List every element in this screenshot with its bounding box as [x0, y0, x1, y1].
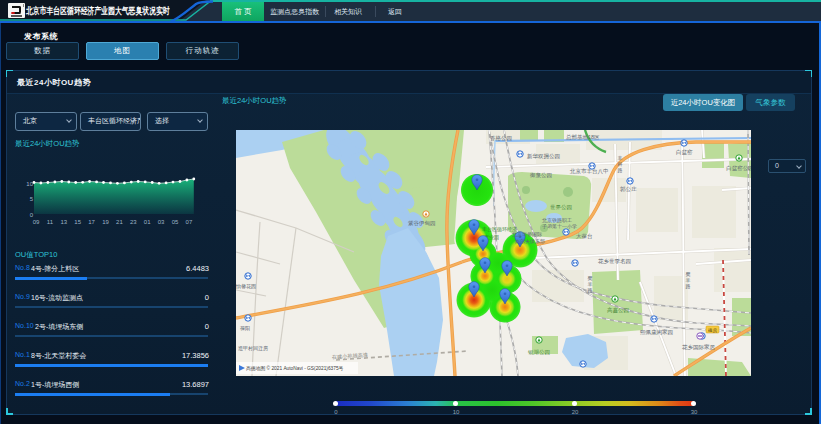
svg-text:路: 路 — [588, 287, 593, 293]
svg-text:御泉公园: 御泉公园 — [529, 172, 552, 179]
svg-text:17: 17 — [88, 219, 95, 225]
svg-text:21: 21 — [116, 219, 123, 225]
svg-text:5: 5 — [30, 196, 34, 202]
svg-text:01: 01 — [144, 219, 151, 225]
svg-text:熙佩康闲家园: 熙佩康闲家园 — [640, 329, 673, 336]
svg-text:北京市丰台八中: 北京市丰台八中 — [569, 168, 609, 175]
svg-text:09: 09 — [33, 219, 40, 225]
svg-text:科: 科 — [618, 161, 623, 167]
svg-text:0: 0 — [30, 212, 34, 218]
svg-text:槐房: 槐房 — [707, 328, 718, 333]
svg-text:花乡世季名园: 花乡世季名园 — [598, 258, 631, 265]
svg-text:樊: 樊 — [588, 275, 593, 281]
svg-text:香格公园: 香格公园 — [490, 135, 512, 142]
svg-text:高鑫公园: 高鑫公园 — [607, 307, 629, 314]
svg-text:子弟第十一小学: 子弟第十一小学 — [542, 223, 577, 230]
svg-text:路: 路 — [618, 167, 623, 173]
svg-text:葆阳: 葆阳 — [240, 325, 250, 332]
svg-text:羊: 羊 — [588, 281, 593, 287]
svg-text:07: 07 — [186, 219, 193, 225]
svg-text:紫谷伊甸园: 紫谷伊甸园 — [408, 220, 436, 227]
svg-text:高德地图 © 2021 AutoNavi - GS(2021: 高德地图 © 2021 AutoNavi - GS(2021)6375号 — [246, 365, 344, 372]
svg-text:11: 11 — [47, 219, 54, 225]
svg-text:路: 路 — [686, 283, 691, 289]
svg-text:银湖公园: 银湖公园 — [527, 349, 550, 356]
svg-text:花乡国际家居: 花乡国际家居 — [682, 344, 716, 351]
svg-text:03: 03 — [158, 219, 165, 225]
svg-text:05: 05 — [172, 219, 179, 225]
svg-text:白盆窑: 白盆窑 — [676, 149, 693, 156]
svg-text:13: 13 — [60, 219, 67, 225]
svg-text:造甲村回迁房: 造甲村回迁房 — [238, 345, 268, 352]
svg-text:丰: 丰 — [618, 155, 623, 161]
svg-text:羊: 羊 — [686, 277, 691, 283]
svg-text:新华双拥公园: 新华双拥公园 — [527, 153, 560, 160]
svg-text:白盆窑公园: 白盆窑公园 — [726, 165, 751, 172]
svg-text:总部基地18区: 总部基地18区 — [565, 134, 600, 141]
svg-text:大葆台: 大葆台 — [576, 233, 593, 239]
svg-text:15: 15 — [74, 219, 81, 225]
svg-text:北京华侨国际: 北京华侨国际 — [512, 231, 542, 238]
svg-text:郭公庄: 郭公庄 — [620, 186, 637, 193]
svg-text:怡馨花园: 怡馨花园 — [236, 283, 256, 290]
svg-text:23: 23 — [130, 219, 137, 225]
svg-text:樊: 樊 — [686, 271, 691, 277]
svg-text:19: 19 — [102, 219, 109, 225]
svg-text:高尔夫俱乐部: 高尔夫俱乐部 — [515, 238, 545, 245]
svg-text:世界公园: 世界公园 — [550, 204, 572, 211]
svg-text:10: 10 — [26, 181, 33, 187]
